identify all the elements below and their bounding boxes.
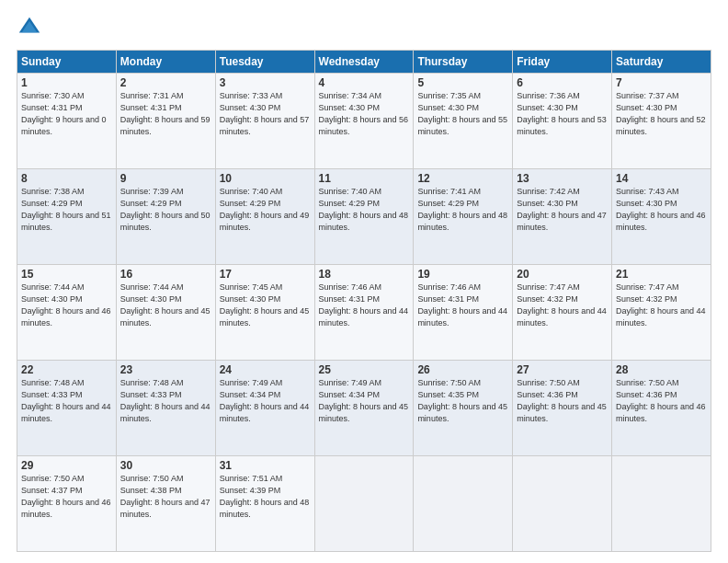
page: SundayMondayTuesdayWednesdayThursdayFrid… <box>0 0 728 563</box>
calendar-cell: 24Sunrise: 7:49 AMSunset: 4:34 PMDayligh… <box>215 361 314 456</box>
calendar-cell: 20Sunrise: 7:47 AMSunset: 4:32 PMDayligh… <box>513 265 612 361</box>
weekday-header-sunday: Sunday <box>17 51 117 74</box>
day-info: Sunrise: 7:47 AMSunset: 4:32 PMDaylight:… <box>616 282 707 329</box>
weekday-header-friday: Friday <box>513 51 612 74</box>
day-number: 21 <box>616 268 707 281</box>
day-info: Sunrise: 7:36 AMSunset: 4:30 PMDaylight:… <box>517 90 608 138</box>
day-info: Sunrise: 7:50 AMSunset: 4:37 PMDaylight:… <box>21 473 112 521</box>
day-number: 11 <box>319 172 410 185</box>
day-info: Sunrise: 7:43 AMSunset: 4:30 PMDaylight:… <box>616 186 707 234</box>
day-number: 2 <box>120 76 211 89</box>
day-info: Sunrise: 7:31 AMSunset: 4:31 PMDaylight:… <box>120 90 211 138</box>
weekday-header-wednesday: Wednesday <box>314 51 414 74</box>
weekday-header-thursday: Thursday <box>414 51 513 74</box>
day-info: Sunrise: 7:38 AMSunset: 4:29 PMDaylight:… <box>21 186 112 234</box>
day-number: 26 <box>417 363 508 376</box>
calendar-cell: 4Sunrise: 7:34 AMSunset: 4:30 PMDaylight… <box>314 74 414 169</box>
calendar-cell: 15Sunrise: 7:44 AMSunset: 4:30 PMDayligh… <box>17 265 117 361</box>
calendar-cell: 30Sunrise: 7:50 AMSunset: 4:38 PMDayligh… <box>116 456 215 552</box>
day-number: 29 <box>21 459 112 472</box>
day-info: Sunrise: 7:45 AMSunset: 4:30 PMDaylight:… <box>220 282 311 329</box>
day-info: Sunrise: 7:50 AMSunset: 4:36 PMDaylight:… <box>616 377 707 425</box>
day-info: Sunrise: 7:50 AMSunset: 4:36 PMDaylight:… <box>517 377 608 425</box>
calendar-cell <box>612 456 711 552</box>
calendar-cell: 17Sunrise: 7:45 AMSunset: 4:30 PMDayligh… <box>215 265 314 361</box>
day-number: 3 <box>220 76 311 89</box>
calendar-cell: 22Sunrise: 7:48 AMSunset: 4:33 PMDayligh… <box>17 361 117 456</box>
day-info: Sunrise: 7:47 AMSunset: 4:32 PMDaylight:… <box>517 282 608 329</box>
day-info: Sunrise: 7:40 AMSunset: 4:29 PMDaylight:… <box>319 186 410 234</box>
calendar-cell: 18Sunrise: 7:46 AMSunset: 4:31 PMDayligh… <box>314 265 414 361</box>
day-number: 1 <box>21 76 112 89</box>
day-info: Sunrise: 7:35 AMSunset: 4:30 PMDaylight:… <box>417 90 508 138</box>
weekday-header-monday: Monday <box>116 51 215 74</box>
day-info: Sunrise: 7:49 AMSunset: 4:34 PMDaylight:… <box>220 377 311 425</box>
day-number: 8 <box>21 172 112 185</box>
day-number: 16 <box>120 268 211 281</box>
logo <box>17 15 46 40</box>
day-info: Sunrise: 7:40 AMSunset: 4:29 PMDaylight:… <box>220 186 311 234</box>
calendar-cell <box>414 456 513 552</box>
calendar-cell: 19Sunrise: 7:46 AMSunset: 4:31 PMDayligh… <box>414 265 513 361</box>
day-info: Sunrise: 7:48 AMSunset: 4:33 PMDaylight:… <box>120 377 211 425</box>
calendar-cell: 11Sunrise: 7:40 AMSunset: 4:29 PMDayligh… <box>314 169 414 265</box>
day-number: 5 <box>417 76 508 89</box>
day-number: 23 <box>120 363 211 376</box>
day-number: 19 <box>417 268 508 281</box>
day-number: 18 <box>319 268 410 281</box>
day-number: 9 <box>120 172 211 185</box>
day-number: 27 <box>517 363 608 376</box>
day-info: Sunrise: 7:41 AMSunset: 4:29 PMDaylight:… <box>417 186 508 234</box>
calendar-cell: 9Sunrise: 7:39 AMSunset: 4:29 PMDaylight… <box>116 169 215 265</box>
calendar-cell: 5Sunrise: 7:35 AMSunset: 4:30 PMDaylight… <box>414 74 513 169</box>
day-info: Sunrise: 7:51 AMSunset: 4:39 PMDaylight:… <box>220 473 311 521</box>
calendar-cell: 31Sunrise: 7:51 AMSunset: 4:39 PMDayligh… <box>215 456 314 552</box>
day-info: Sunrise: 7:46 AMSunset: 4:31 PMDaylight:… <box>417 282 508 329</box>
day-number: 17 <box>220 268 311 281</box>
day-number: 31 <box>220 459 311 472</box>
day-number: 22 <box>21 363 112 376</box>
day-number: 15 <box>21 268 112 281</box>
calendar-cell: 25Sunrise: 7:49 AMSunset: 4:34 PMDayligh… <box>314 361 414 456</box>
day-number: 10 <box>220 172 311 185</box>
weekday-header-saturday: Saturday <box>612 51 711 74</box>
day-info: Sunrise: 7:49 AMSunset: 4:34 PMDaylight:… <box>319 377 410 425</box>
day-number: 4 <box>319 76 410 89</box>
calendar-cell: 13Sunrise: 7:42 AMSunset: 4:30 PMDayligh… <box>513 169 612 265</box>
calendar-cell: 2Sunrise: 7:31 AMSunset: 4:31 PMDaylight… <box>116 74 215 169</box>
day-number: 28 <box>616 363 707 376</box>
calendar-cell: 28Sunrise: 7:50 AMSunset: 4:36 PMDayligh… <box>612 361 711 456</box>
calendar-cell: 3Sunrise: 7:33 AMSunset: 4:30 PMDaylight… <box>215 74 314 169</box>
day-info: Sunrise: 7:37 AMSunset: 4:30 PMDaylight:… <box>616 90 707 138</box>
calendar-cell: 29Sunrise: 7:50 AMSunset: 4:37 PMDayligh… <box>17 456 117 552</box>
calendar-cell <box>314 456 414 552</box>
day-number: 24 <box>220 363 311 376</box>
calendar-cell: 21Sunrise: 7:47 AMSunset: 4:32 PMDayligh… <box>612 265 711 361</box>
day-info: Sunrise: 7:50 AMSunset: 4:35 PMDaylight:… <box>417 377 508 425</box>
calendar-cell: 7Sunrise: 7:37 AMSunset: 4:30 PMDaylight… <box>612 74 711 169</box>
day-info: Sunrise: 7:42 AMSunset: 4:30 PMDaylight:… <box>517 186 608 234</box>
day-number: 14 <box>616 172 707 185</box>
header <box>17 15 711 40</box>
day-info: Sunrise: 7:39 AMSunset: 4:29 PMDaylight:… <box>120 186 211 234</box>
day-number: 6 <box>517 76 608 89</box>
day-info: Sunrise: 7:48 AMSunset: 4:33 PMDaylight:… <box>21 377 112 425</box>
day-info: Sunrise: 7:30 AMSunset: 4:31 PMDaylight:… <box>21 90 112 138</box>
generalblue-logo-icon <box>17 15 42 40</box>
calendar-table: SundayMondayTuesdayWednesdayThursdayFrid… <box>17 50 711 552</box>
weekday-header-tuesday: Tuesday <box>215 51 314 74</box>
calendar-cell: 1Sunrise: 7:30 AMSunset: 4:31 PMDaylight… <box>17 74 117 169</box>
day-info: Sunrise: 7:34 AMSunset: 4:30 PMDaylight:… <box>319 90 410 138</box>
calendar-cell: 10Sunrise: 7:40 AMSunset: 4:29 PMDayligh… <box>215 169 314 265</box>
day-info: Sunrise: 7:44 AMSunset: 4:30 PMDaylight:… <box>120 282 211 329</box>
calendar-cell: 12Sunrise: 7:41 AMSunset: 4:29 PMDayligh… <box>414 169 513 265</box>
day-number: 7 <box>616 76 707 89</box>
calendar-cell: 14Sunrise: 7:43 AMSunset: 4:30 PMDayligh… <box>612 169 711 265</box>
day-info: Sunrise: 7:50 AMSunset: 4:38 PMDaylight:… <box>120 473 211 521</box>
calendar-cell: 6Sunrise: 7:36 AMSunset: 4:30 PMDaylight… <box>513 74 612 169</box>
day-info: Sunrise: 7:33 AMSunset: 4:30 PMDaylight:… <box>220 90 311 138</box>
calendar-cell: 16Sunrise: 7:44 AMSunset: 4:30 PMDayligh… <box>116 265 215 361</box>
calendar-cell: 27Sunrise: 7:50 AMSunset: 4:36 PMDayligh… <box>513 361 612 456</box>
calendar-cell: 8Sunrise: 7:38 AMSunset: 4:29 PMDaylight… <box>17 169 117 265</box>
calendar-cell: 26Sunrise: 7:50 AMSunset: 4:35 PMDayligh… <box>414 361 513 456</box>
